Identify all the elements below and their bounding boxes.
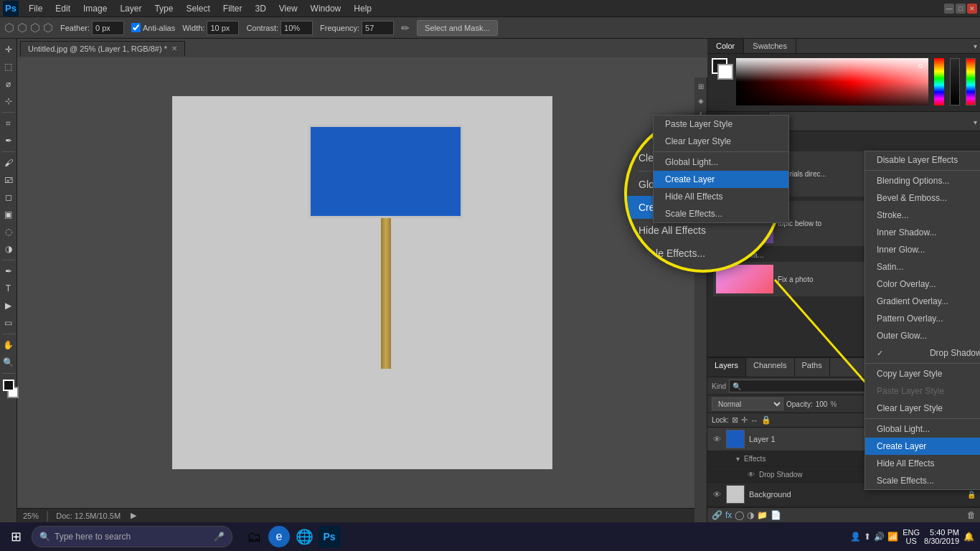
tab-close-button[interactable]: ✕ <box>171 44 177 52</box>
eraser-tool[interactable]: ◻ <box>1 189 17 205</box>
blend-mode-select[interactable]: Normal <box>712 397 783 410</box>
cm-right-drop-shadow[interactable]: ✓ Drop Shadow... <box>865 344 980 362</box>
cm-right-clear-style[interactable]: Clear Layer Style <box>865 400 980 417</box>
swatches-tab[interactable]: Swatches <box>744 39 796 53</box>
opacity-slider[interactable] <box>950 58 960 105</box>
menu-filter[interactable]: Filter <box>217 2 248 15</box>
anti-alias-checkbox[interactable] <box>131 23 141 32</box>
adjust-collapse[interactable]: ▾ <box>971 112 980 131</box>
select-mask-button[interactable]: Select and Mask... <box>417 20 498 36</box>
panel-collapse[interactable]: ▾ <box>971 39 980 53</box>
bg-layer-visibility[interactable]: 👁 <box>712 490 722 499</box>
taskbar-clock[interactable]: 5:40 PM 8/30/2019 <box>924 528 959 545</box>
cm-right-color-overlay[interactable]: Color Overlay... <box>865 276 980 293</box>
taskbar-chrome[interactable]: 🌐 <box>291 524 317 550</box>
maximize-button[interactable]: □ <box>956 4 966 14</box>
cm-right-stroke[interactable]: Stroke... <box>865 207 980 224</box>
cm-right-blending[interactable]: Blending Options... <box>865 172 980 189</box>
add-style-btn[interactable]: fx <box>725 510 732 520</box>
tab-layers[interactable]: Layers <box>707 358 746 377</box>
doc-size-arrow[interactable]: ▶ <box>131 511 136 520</box>
tab-channels[interactable]: Channels <box>746 358 794 377</box>
drop-shadow-eye[interactable]: 👁 <box>748 471 755 479</box>
cm-right-outer-glow[interactable]: Outer Glow... <box>865 327 980 344</box>
type-tool[interactable]: T <box>1 281 17 296</box>
cm-right-global-light[interactable]: Global Light... <box>865 420 980 438</box>
anti-alias-option[interactable]: Anti-alias <box>131 23 175 32</box>
new-layer-btn[interactable]: 📄 <box>771 510 781 520</box>
cm-right-hide-effects[interactable]: Hide All Effects <box>865 455 980 472</box>
panel-icon-2[interactable]: ◈ <box>695 95 707 106</box>
clone-stamp-tool[interactable]: 🖃 <box>1 172 17 188</box>
width-input[interactable] <box>207 21 239 35</box>
effects-expand[interactable]: ▾ <box>736 455 740 463</box>
menu-window[interactable]: Window <box>305 2 347 15</box>
cm-left-hide-effects[interactable]: Hide All Effects <box>654 188 788 205</box>
menu-3d[interactable]: 3D <box>249 2 271 15</box>
lock-icon-3[interactable]: ↔ <box>750 416 758 425</box>
taskbar-edge[interactable]: e <box>268 526 290 547</box>
magic-wand-tool[interactable]: ⊹ <box>1 93 17 109</box>
lock-icon-2[interactable]: ✛ <box>741 415 748 425</box>
background-swatch[interactable] <box>717 64 733 80</box>
tray-network[interactable]: 📶 <box>887 532 898 542</box>
cm-left-clear[interactable]: Clear Layer Style <box>654 133 788 150</box>
tray-icon-1[interactable]: 👤 <box>850 532 861 542</box>
dodge-tool[interactable]: ◑ <box>1 241 17 257</box>
start-button[interactable]: ⊞ <box>3 524 29 550</box>
menu-edit[interactable]: Edit <box>50 2 76 15</box>
minimize-button[interactable]: — <box>944 4 954 14</box>
frequency-input[interactable] <box>362 21 394 35</box>
zoom-tool[interactable]: 🔍 <box>1 354 17 370</box>
delete-layer-btn[interactable]: 🗑 <box>967 510 976 520</box>
color-gradient[interactable] <box>736 58 928 105</box>
menu-select[interactable]: Select <box>180 2 215 15</box>
pen-icon[interactable]: ✏ <box>401 22 410 34</box>
lock-icon-1[interactable]: ⊠ <box>732 415 738 425</box>
selection-tool[interactable]: ⬚ <box>1 59 17 75</box>
menu-help[interactable]: Help <box>348 2 377 15</box>
cm-left-paste[interactable]: Paste Layer Style <box>654 116 788 133</box>
new-group-btn[interactable]: 📁 <box>757 510 768 520</box>
cm-right-create-layer[interactable]: Create Layer <box>865 438 980 455</box>
close-button[interactable]: ✕ <box>967 4 977 14</box>
tab-paths[interactable]: Paths <box>795 358 830 377</box>
foreground-color[interactable] <box>3 380 14 391</box>
add-mask-btn[interactable]: ◯ <box>735 510 744 520</box>
cm-right-gradient-overlay[interactable]: Gradient Overlay... <box>865 293 980 310</box>
contrast-input[interactable] <box>281 21 313 35</box>
cm-right-disable-effects[interactable]: Disable Layer Effects <box>865 151 980 169</box>
brush-tool[interactable]: 🖌 <box>1 155 17 171</box>
cm-left-create-layer[interactable]: Create Layer <box>654 171 788 188</box>
shape-tool[interactable]: ▭ <box>1 315 17 331</box>
blur-tool[interactable]: ◌ <box>1 224 17 240</box>
tray-icon-2[interactable]: ⬆ <box>864 532 871 542</box>
cm-right-inner-glow[interactable]: Inner Glow... <box>865 241 980 258</box>
cm-right-bevel[interactable]: Bevel & Emboss... <box>865 189 980 207</box>
mic-icon[interactable]: 🎤 <box>214 532 225 542</box>
notification-icon[interactable]: 🔔 <box>963 532 974 542</box>
taskbar-photoshop[interactable]: Ps <box>319 526 340 547</box>
lock-icon-4[interactable]: 🔒 <box>761 415 771 425</box>
feather-input[interactable] <box>92 21 124 35</box>
path-selection-tool[interactable]: ▶ <box>1 298 17 314</box>
menu-file[interactable]: File <box>23 2 48 15</box>
menu-image[interactable]: Image <box>77 2 113 15</box>
hue-slider[interactable] <box>934 58 944 105</box>
cm-right-copy-style[interactable]: Copy Layer Style <box>865 365 980 382</box>
cm-left-global-light[interactable]: Global Light... <box>654 154 788 171</box>
crop-tool[interactable]: ⌗ <box>1 116 17 131</box>
cm-right-inner-shadow[interactable]: Inner Shadow... <box>865 224 980 241</box>
link-layers-btn[interactable]: 🔗 <box>712 510 722 520</box>
hand-tool[interactable]: ✋ <box>1 337 17 353</box>
eyedropper-tool[interactable]: ✒ <box>1 133 17 149</box>
gradient-tool[interactable]: ▣ <box>1 207 17 222</box>
panel-icon-1[interactable]: ⊞ <box>695 80 707 92</box>
cm-right-pattern-overlay[interactable]: Pattern Overlay... <box>865 310 980 327</box>
color-tab[interactable]: Color <box>707 39 744 53</box>
cm-right-satin[interactable]: Satin... <box>865 258 980 276</box>
adjustment-btn[interactable]: ◑ <box>747 510 754 520</box>
taskbar-file-explorer[interactable]: 🗂 <box>241 524 267 550</box>
menu-view[interactable]: View <box>273 2 303 15</box>
layer-1-visibility[interactable]: 👁 <box>712 435 722 443</box>
